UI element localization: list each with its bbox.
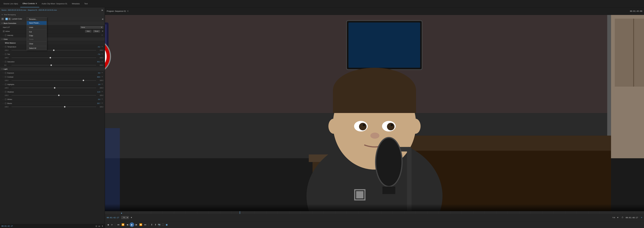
prev-frame-btn[interactable]: ◀: [126, 223, 129, 226]
active-checkbox[interactable]: ✓: [3, 30, 4, 32]
sh-reset[interactable]: ⟳: [101, 91, 103, 93]
nav-right-arrow[interactable]: ▶: [102, 9, 103, 11]
forward-icon[interactable]: ⏭: [98, 225, 100, 227]
safe-margins-icon[interactable]: ▣: [165, 224, 168, 226]
temp-stopwatch[interactable]: ⊙: [4, 46, 6, 48]
hi-thumb[interactable]: [54, 87, 55, 89]
sh-value[interactable]: 11.8: [94, 91, 100, 93]
fx-reset-icon[interactable]: ⟳: [6, 18, 8, 20]
monitor-timecode-left[interactable]: 00:01:42:17: [107, 217, 119, 219]
section-basic-correction[interactable]: ▼ Basic Correction: [0, 21, 105, 25]
effect-controls-menu-icon[interactable]: ☰: [36, 3, 37, 4]
intensity-reset[interactable]: ⟳: [101, 34, 103, 36]
sh-thumb[interactable]: [58, 95, 60, 96]
next-frame-btn[interactable]: ▶: [135, 223, 138, 226]
tint-value[interactable]: -7.6: [94, 53, 100, 55]
controls-scroll-area[interactable]: ▼ Basic Correction Input LUT None ▼ ✓ Ac…: [0, 21, 105, 224]
bl-stopwatch[interactable]: ⊙: [4, 102, 6, 104]
step-forward-btn[interactable]: ⏩: [139, 223, 143, 226]
expand-time-remap[interactable]: ▼: [2, 14, 3, 15]
intensity-stopwatch[interactable]: ⊙: [4, 34, 6, 36]
bl-value[interactable]: 25.7: [94, 103, 100, 104]
context-menu-paste[interactable]: Paste: [27, 37, 46, 41]
auto-button[interactable]: Auto: [85, 30, 91, 32]
sh-slider[interactable]: [12, 95, 96, 96]
tab-source[interactable]: Source: (no clips): [1, 0, 20, 7]
go-to-in-btn[interactable]: ⏮: [117, 223, 120, 226]
bl-slider[interactable]: [12, 107, 96, 107]
context-menu-cut[interactable]: Cut: [27, 30, 46, 34]
hi-expand[interactable]: ›: [3, 84, 4, 85]
temp-thumb[interactable]: [53, 50, 54, 51]
fx-pencil-icon[interactable]: ✎: [8, 18, 11, 20]
con-thumb[interactable]: [83, 80, 84, 81]
sat-stopwatch[interactable]: ⊙: [4, 61, 6, 63]
input-lut-dropdown[interactable]: None ▼: [80, 26, 103, 29]
sh-stopwatch[interactable]: ⊙: [4, 91, 6, 93]
scrubber-timeline[interactable]: [105, 211, 644, 214]
scrubber-head[interactable]: [240, 211, 240, 214]
play-button[interactable]: ▶: [130, 223, 134, 227]
color-section[interactable]: ▼ Color: [0, 37, 105, 41]
wh-expand[interactable]: ›: [3, 99, 4, 100]
export-frame-icon[interactable]: 📷: [158, 224, 161, 226]
tint-reset[interactable]: ⟳: [101, 53, 103, 55]
active-reset-icon[interactable]: ⟳: [102, 30, 103, 32]
sat-value[interactable]: 93.1: [94, 61, 100, 63]
full-screen-icon[interactable]: ⛶: [161, 224, 164, 226]
con-reset[interactable]: ⟳: [101, 76, 103, 78]
tint-stopwatch[interactable]: ⊙: [4, 53, 6, 55]
context-menu-undo[interactable]: Undo: [27, 25, 46, 29]
bl-reset[interactable]: ⟳: [101, 102, 103, 105]
fit-dropdown-arrow[interactable]: ▼: [130, 216, 132, 219]
exp-stopwatch[interactable]: ⊙: [4, 72, 6, 74]
fit-dropdown[interactable]: Fit: [122, 216, 129, 219]
sat-thumb[interactable]: [50, 64, 52, 66]
temp-value[interactable]: -0.2: [94, 46, 100, 48]
intensity-expand[interactable]: ›: [3, 35, 4, 36]
tint-expand[interactable]: ›: [3, 54, 4, 55]
exp-expand[interactable]: ›: [3, 72, 4, 74]
export-icon[interactable]: ⬆: [102, 225, 103, 227]
fx-nav-arrow[interactable]: ◀: [102, 18, 103, 20]
temperature-slider[interactable]: [12, 50, 96, 50]
fx-toggle[interactable]: f: [2, 18, 4, 20]
hi-stopwatch[interactable]: ⊙: [4, 83, 6, 85]
tint-thumb[interactable]: [50, 57, 51, 58]
context-menu-save-preset[interactable]: Save Preset...: [27, 21, 46, 25]
full-dropdown-arrow[interactable]: ▼: [617, 216, 619, 219]
reset-button[interactable]: Reset: [93, 30, 100, 32]
hi-value[interactable]: 1.8: [94, 84, 100, 85]
go-to-out-btn[interactable]: ⏭: [144, 223, 147, 226]
tab-metadata[interactable]: Metadata: [70, 0, 82, 7]
temp-reset[interactable]: ⟳: [101, 46, 103, 48]
fx-icon-f[interactable]: f: [2, 18, 4, 20]
sat-reset[interactable]: ⟳: [101, 61, 103, 63]
wh-reset[interactable]: ⟳: [101, 98, 103, 101]
hi-reset[interactable]: ⟳: [101, 83, 103, 86]
breadcrumb-sequence[interactable]: Sequence 01 - 2023-05-26 16-54-01.mov: [28, 9, 57, 11]
wh-value[interactable]: 0.0: [94, 99, 100, 100]
wh-stopwatch[interactable]: ⊙: [4, 98, 6, 100]
add-marker-icon[interactable]: +: [641, 216, 642, 219]
tab-audio-clip-mixer[interactable]: Audio Clip Mixer: Sequence 01: [39, 0, 70, 7]
ripple-icon[interactable]: ⊳: [110, 224, 114, 226]
breadcrumb-source[interactable]: Source - 2023-05-26 16-54-01.mov: [2, 9, 26, 11]
tab-effect-controls[interactable]: Effect Controls ☰: [20, 0, 39, 7]
context-menu-clear[interactable]: Clear: [27, 42, 46, 46]
light-section[interactable]: ▼ Light: [0, 67, 105, 71]
tab-text[interactable]: Text: [82, 0, 90, 7]
sat-expand[interactable]: ›: [3, 61, 4, 62]
monitor-menu-icon[interactable]: ☰: [127, 10, 128, 12]
con-expand[interactable]: ›: [3, 76, 4, 78]
context-menu-select-all[interactable]: Select All: [27, 46, 46, 50]
context-menu-copy[interactable]: Copy: [27, 34, 46, 37]
con-stopwatch[interactable]: ⊙: [4, 76, 6, 78]
marker-icon[interactable]: ◆: [107, 224, 110, 226]
filter-icon[interactable]: ⊞: [96, 225, 97, 227]
exp-reset[interactable]: ⟳: [101, 72, 103, 74]
sh-expand[interactable]: ›: [3, 91, 4, 93]
tint-slider[interactable]: [12, 58, 96, 58]
exp-value[interactable]: 0.0: [94, 72, 100, 74]
bl-thumb[interactable]: [64, 106, 66, 108]
